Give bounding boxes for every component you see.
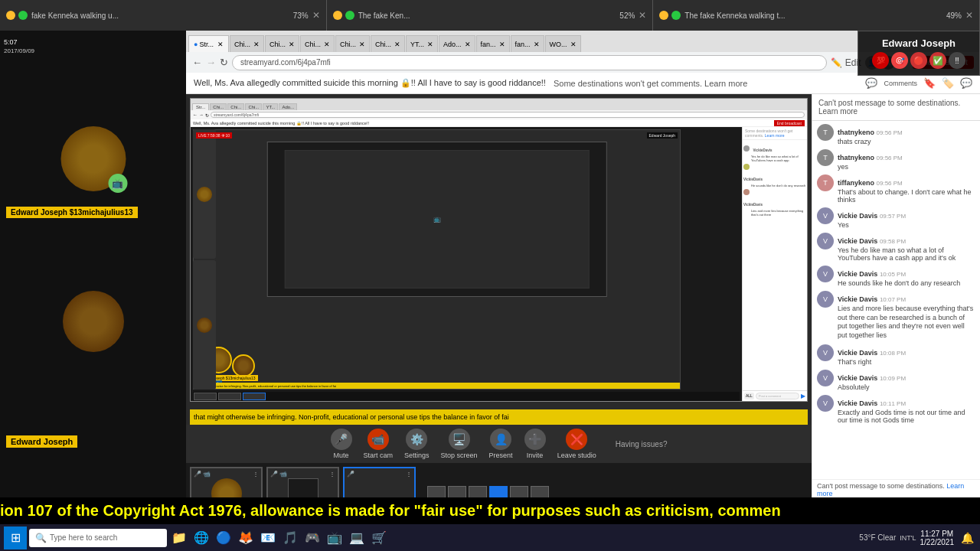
tab-chi[interactable]: Chi...✕ bbox=[230, 35, 264, 52]
nested-left-av-circle-2 bbox=[197, 318, 212, 333]
win2-max[interactable] bbox=[345, 11, 354, 20]
chat-msg-body-2: thatnykeno 09:56 PM yes bbox=[838, 149, 903, 171]
tab-chi4[interactable]: Chi...✕ bbox=[335, 35, 370, 52]
taskbar-app-6[interactable]: 🛒 bbox=[369, 528, 389, 548]
url-bar[interactable]: streamyard.com/6j4pa7mfi bbox=[232, 55, 827, 70]
tab-wo[interactable]: WO...✕ bbox=[545, 35, 581, 52]
triple-content: 📺 bbox=[433, 216, 441, 223]
nested-tab-5[interactable]: YT... bbox=[263, 103, 278, 110]
stopscreen-btn[interactable]: 🖥️ Stop screen bbox=[441, 429, 478, 459]
taskbar-search[interactable]: 🔍 Type here to search bbox=[29, 529, 167, 547]
win1-close[interactable]: ✕ bbox=[312, 10, 320, 21]
content-area: Str... Chi... Chi... Chi... YT... Ado...… bbox=[186, 94, 980, 524]
chat-msg-body-8: Vickie Davis 10:08 PM That's right bbox=[838, 344, 906, 366]
startcam-btn[interactable]: 📹 Start cam bbox=[364, 429, 394, 459]
taskbar-chrome-icon[interactable]: 🌐 bbox=[191, 528, 211, 548]
taskbar-right: 53°F Clear INT'L 11:27 PM 1/22/2021 🔔 bbox=[859, 529, 976, 547]
private-chat-icon[interactable]: 💬 bbox=[960, 77, 972, 89]
having-issues-link[interactable]: Having issues? bbox=[616, 440, 668, 448]
taskbar-app-3[interactable]: 🎮 bbox=[302, 528, 322, 548]
nested-tabs: Str... Chi... Chi... Chi... YT... Ado... bbox=[191, 99, 807, 110]
win1-controls[interactable] bbox=[6, 11, 28, 20]
mute-icon: 🎤 bbox=[331, 429, 352, 450]
leavestudio-label: Leave studio bbox=[557, 452, 596, 459]
win3-min[interactable] bbox=[659, 11, 668, 20]
tab-fan[interactable]: fan...✕ bbox=[476, 35, 510, 52]
win2-close[interactable]: ✕ bbox=[639, 10, 646, 21]
startcam-icon: 📹 bbox=[368, 429, 389, 450]
profile-icon-2: 🎯 bbox=[891, 52, 908, 69]
nested-tab-4[interactable]: Chi... bbox=[245, 103, 262, 110]
chat-msg-body-1: thatnykeno 09:56 PM thats crazy bbox=[838, 124, 903, 145]
settings-btn[interactable]: ⚙️ Settings bbox=[404, 429, 430, 459]
thumb-2-controls[interactable]: ⋮ bbox=[329, 471, 335, 478]
chat-text-1: thats crazy bbox=[838, 138, 903, 145]
tab-chi6[interactable]: YT...✕ bbox=[406, 35, 438, 52]
nested-url[interactable]: streamyard.com/6j4pa7mfi bbox=[211, 112, 805, 118]
nested-chat-input[interactable]: Post a comment bbox=[756, 393, 799, 399]
win3-controls[interactable] bbox=[659, 11, 681, 20]
win3-close[interactable]: ✕ bbox=[965, 10, 973, 21]
nested-thumb-3[interactable] bbox=[243, 393, 266, 400]
nested-back[interactable]: ← bbox=[193, 112, 198, 117]
taskbar-firefox-icon[interactable]: 🦊 bbox=[236, 528, 256, 548]
win1-min[interactable] bbox=[6, 11, 15, 20]
tab-chi5[interactable]: Chi...✕ bbox=[371, 35, 405, 52]
nested-reload[interactable]: ↻ bbox=[205, 112, 209, 118]
tab-fan2[interactable]: fan...✕ bbox=[511, 35, 544, 52]
taskbar-file-explorer[interactable]: 📁 bbox=[169, 528, 189, 548]
taskbar-app-5[interactable]: 💻 bbox=[347, 528, 367, 548]
win2-min[interactable] bbox=[333, 11, 342, 20]
nested-ej-name: Edward Joseph bbox=[649, 133, 675, 138]
triple-inner: 📺 bbox=[267, 142, 606, 296]
brand-icon[interactable]: 🏷️ bbox=[942, 77, 954, 89]
present-btn[interactable]: 👤 Present bbox=[489, 429, 513, 459]
taskbar-app-1[interactable]: 📧 bbox=[258, 528, 278, 548]
win2-title: The fake Ken... bbox=[358, 11, 616, 20]
win1-max[interactable] bbox=[18, 11, 28, 20]
nested-ticker-text: that might otherwise be infringing. Non-… bbox=[196, 384, 336, 388]
leavestudio-btn[interactable]: ❌ Leave studio bbox=[557, 429, 596, 459]
nested-chat-input-area: ALL Post a comment ▶ bbox=[743, 390, 807, 401]
mute-btn[interactable]: 🎤 Mute bbox=[331, 429, 352, 459]
nested-chat-avatar-1 bbox=[743, 145, 750, 152]
forward-btn[interactable]: → bbox=[206, 57, 216, 68]
nested-send-btn[interactable]: ▶ bbox=[801, 393, 805, 399]
win2-controls[interactable] bbox=[333, 11, 354, 20]
win3-max[interactable] bbox=[671, 11, 681, 20]
stopscreen-icon: 🖥️ bbox=[449, 429, 470, 450]
search-icon: 🔍 bbox=[35, 533, 47, 543]
thumb-3-controls[interactable]: ⋮ bbox=[406, 471, 412, 478]
nested-forward[interactable]: → bbox=[199, 112, 204, 117]
back-btn[interactable]: ← bbox=[192, 57, 202, 68]
nested-end-btn[interactable]: End broadcast bbox=[774, 120, 805, 126]
chat-avatar-1: T bbox=[817, 124, 834, 141]
nested-tab-2[interactable]: Chi... bbox=[210, 103, 227, 110]
start-button[interactable]: ⊞ bbox=[4, 527, 27, 549]
edit-button[interactable]: ✏️ Edit bbox=[831, 57, 861, 68]
nested-tab-6[interactable]: Ado... bbox=[279, 103, 297, 110]
taskbar-app-2[interactable]: 🎵 bbox=[280, 528, 300, 548]
notice-icons[interactable]: 💬 Comments 🔖 🏷️ 💬 bbox=[865, 77, 972, 89]
tab-chi2[interactable]: Chi...✕ bbox=[265, 35, 299, 52]
reload-btn[interactable]: ↻ bbox=[220, 57, 228, 68]
tab-ado[interactable]: Ado...✕ bbox=[439, 35, 475, 52]
nested-tab-1[interactable]: Str... bbox=[192, 103, 209, 110]
taskbar-app-4[interactable]: 📺 bbox=[325, 528, 345, 548]
nested-thumb-1[interactable] bbox=[194, 393, 217, 400]
tab-chi3[interactable]: Chi...✕ bbox=[300, 35, 335, 52]
taskbar-edge-icon[interactable]: 🔵 bbox=[214, 528, 234, 548]
comments-icon[interactable]: 💬 bbox=[865, 77, 877, 89]
participant-1-area: 5:07 2017/09/09 📺 Edward Joseph $13micha… bbox=[0, 31, 186, 268]
nested-notification: Well, Ms. Ava allegedly committed suicid… bbox=[191, 119, 807, 127]
notification-bell[interactable]: 🔔 bbox=[958, 529, 976, 547]
mute-label: Mute bbox=[334, 452, 349, 459]
tab-str[interactable]: ●Str...✕ bbox=[188, 35, 229, 52]
bookmarks-icon[interactable]: 🔖 bbox=[923, 77, 936, 89]
chat-avatar-9: V bbox=[817, 370, 834, 386]
nested-thumb-2[interactable] bbox=[218, 393, 241, 400]
invite-btn[interactable]: ➕ Invite bbox=[524, 429, 546, 459]
nested-all-btn[interactable]: ALL bbox=[744, 393, 754, 399]
thumb-1-controls[interactable]: ⋮ bbox=[253, 471, 259, 478]
nested-tab-3[interactable]: Chi... bbox=[227, 103, 244, 110]
